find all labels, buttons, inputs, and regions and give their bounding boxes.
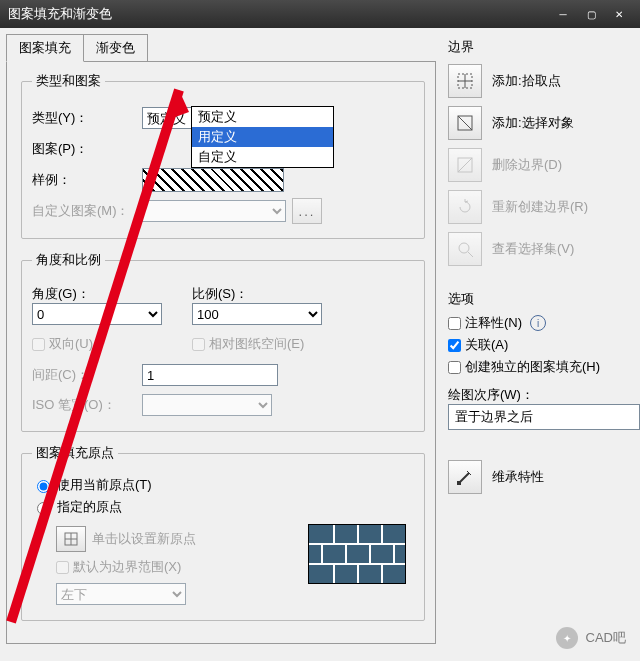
- custom-pattern-label: 自定义图案(M)：: [32, 202, 142, 220]
- specified-origin-radio[interactable]: 指定的原点: [32, 498, 414, 516]
- view-selection-button: [448, 232, 482, 266]
- sample-swatch[interactable]: [142, 168, 284, 192]
- scale-label: 比例(S)：: [192, 285, 322, 303]
- associative-checkbox[interactable]: 关联(A): [448, 336, 640, 354]
- svg-point-6: [459, 243, 469, 253]
- type-option-custom[interactable]: 自定义: [192, 147, 333, 167]
- brick-preview: [308, 524, 406, 584]
- draw-order-label: 绘图次序(W)：: [448, 386, 640, 404]
- draw-order-select[interactable]: 置于边界之后: [448, 404, 640, 430]
- type-option-predefined[interactable]: 预定义: [192, 107, 333, 127]
- twoway-checkbox: 双向(U): [32, 335, 192, 353]
- group-angle-legend: 角度和比例: [32, 251, 105, 269]
- type-label: 类型(Y)：: [32, 109, 142, 127]
- group-type-legend: 类型和图案: [32, 72, 105, 90]
- info-icon[interactable]: i: [530, 315, 546, 331]
- set-origin-button[interactable]: [56, 526, 86, 552]
- scale-select[interactable]: 100: [192, 303, 322, 325]
- add-select-objects-label: 添加:选择对象: [492, 114, 574, 132]
- iso-pen-select: [142, 394, 272, 416]
- options-title: 选项: [448, 290, 640, 308]
- angle-label: 角度(G)：: [32, 285, 192, 303]
- delete-boundary-label: 删除边界(D): [492, 156, 562, 174]
- maximize-button[interactable]: ▢: [578, 5, 604, 23]
- delete-boundary-button: [448, 148, 482, 182]
- type-option-userdefined[interactable]: 用定义: [192, 127, 333, 147]
- watermark: ✦ CAD吧: [556, 627, 626, 649]
- recreate-boundary-button: [448, 190, 482, 224]
- use-current-origin-radio[interactable]: 使用当前原点(T): [32, 476, 414, 494]
- close-button[interactable]: ✕: [606, 5, 632, 23]
- pattern-label: 图案(P)：: [32, 140, 142, 158]
- origin-corner-select: 左下: [56, 583, 186, 605]
- add-select-objects-button[interactable]: [448, 106, 482, 140]
- angle-select[interactable]: 0: [32, 303, 162, 325]
- recreate-boundary-label: 重新创建边界(R): [492, 198, 588, 216]
- tab-gradient[interactable]: 渐变色: [83, 34, 148, 62]
- relative-paper-checkbox: 相对图纸空间(E): [192, 335, 304, 353]
- spacing-input[interactable]: [142, 364, 278, 386]
- group-origin-legend: 图案填充原点: [32, 444, 118, 462]
- sample-label: 样例：: [32, 171, 142, 189]
- svg-rect-7: [457, 481, 461, 485]
- annotative-checkbox[interactable]: 注释性(N) i: [448, 314, 640, 332]
- separate-hatch-checkbox[interactable]: 创建独立的图案填充(H): [448, 358, 640, 376]
- boundary-title: 边界: [448, 38, 640, 56]
- inherit-properties-button[interactable]: [448, 460, 482, 494]
- custom-pattern-select: [142, 200, 286, 222]
- custom-pattern-browse-button: ...: [292, 198, 322, 224]
- iso-pen-label: ISO 笔宽(O)：: [32, 396, 142, 414]
- window-title: 图案填充和渐变色: [8, 5, 112, 23]
- titlebar: 图案填充和渐变色 ─ ▢ ✕: [0, 0, 640, 28]
- group-origin: 图案填充原点 使用当前原点(T) 指定的原点: [21, 444, 425, 621]
- wechat-icon: ✦: [556, 627, 578, 649]
- view-selection-label: 查看选择集(V): [492, 240, 574, 258]
- group-angle-scale: 角度和比例 角度(G)： 0 比例(S)： 100: [21, 251, 425, 432]
- type-dropdown-list[interactable]: 预定义 用定义 自定义: [191, 106, 334, 168]
- add-pick-point-button[interactable]: [448, 64, 482, 98]
- minimize-button[interactable]: ─: [550, 5, 576, 23]
- group-type: 类型和图案 类型(Y)： 预定义 预定义 用定义 自定义 图案: [21, 72, 425, 239]
- inherit-properties-label: 维承特性: [492, 468, 544, 486]
- set-origin-label: 单击以设置新原点: [92, 530, 196, 548]
- spacing-label: 间距(C)：: [32, 366, 142, 384]
- default-extents-checkbox: 默认为边界范围(X): [56, 558, 308, 576]
- tab-hatch[interactable]: 图案填充: [6, 34, 84, 62]
- add-pick-point-label: 添加:拾取点: [492, 72, 561, 90]
